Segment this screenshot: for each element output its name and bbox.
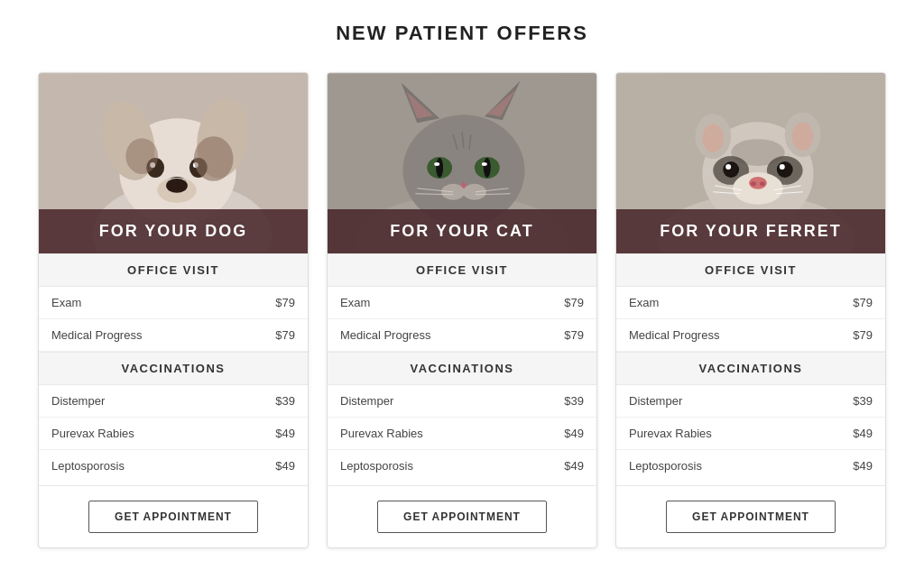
card-cat-vac-item-0-price: $39: [564, 394, 584, 408]
card-dog-vac-item-0-price: $39: [275, 394, 295, 408]
card-cat-vac-item-2-price: $49: [564, 459, 584, 473]
card-dog-footer: GET APPOINTMENT: [39, 485, 308, 547]
card-ferret-label-bar: FOR YOUR FERRET: [616, 209, 885, 253]
svg-point-33: [463, 184, 486, 200]
card-ferret-vac-item-2-price: $49: [853, 459, 873, 473]
card-dog-office-item-1: Medical Progress$79: [39, 319, 308, 352]
card-dog-vaccinations-header: VACCINATIONS: [39, 352, 308, 385]
svg-point-29: [434, 162, 439, 166]
card-cat-office-item-0-price: $79: [564, 296, 584, 309]
svg-point-49: [777, 161, 793, 178]
svg-point-44: [792, 122, 814, 151]
card-cat: FOR YOUR CATOFFICE VISITExam$79Medical P…: [327, 72, 597, 548]
card-dog-office-item-1-price: $79: [275, 328, 295, 342]
card-cat-label-bar: FOR YOUR CAT: [328, 209, 596, 253]
card-ferret-office-item-0-price: $79: [853, 296, 873, 309]
card-dog-vac-item-1-price: $49: [275, 427, 295, 440]
card-ferret-appointment-button[interactable]: GET APPOINTMENT: [666, 501, 836, 533]
card-cat-footer: GET APPOINTMENT: [328, 485, 596, 547]
card-cat-vac-item-0: Distemper$39: [328, 385, 596, 418]
card-cat-vac-item-1: Purevax Rabies$49: [328, 418, 596, 450]
card-cat-vac-item-2: Leptosporosis$49: [328, 450, 596, 482]
card-dog-vac-item-2: Leptosporosis$49: [39, 450, 308, 482]
card-dog-vac-item-0-label: Distemper: [51, 394, 105, 408]
svg-point-48: [723, 161, 739, 178]
svg-point-28: [484, 158, 491, 178]
card-ferret-vac-item-0-price: $39: [853, 394, 873, 408]
card-ferret-body: OFFICE VISITExam$79Medical Progress$79VA…: [616, 253, 885, 485]
card-cat-vac-item-1-label: Purevax Rabies: [340, 427, 423, 440]
card-cat-office-visit-header: OFFICE VISIT: [328, 253, 596, 287]
card-cat-office-item-1-price: $79: [564, 328, 584, 342]
card-cat-office-item-0: Exam$79: [328, 287, 596, 319]
card-ferret-vac-item-0-label: Distemper: [629, 394, 682, 408]
card-dog-appointment-button[interactable]: GET APPOINTMENT: [88, 501, 258, 533]
card-dog: FOR YOUR DOGOFFICE VISITExam$79Medical P…: [38, 72, 309, 548]
card-ferret-office-visit-header: OFFICE VISIT: [616, 253, 885, 287]
svg-point-43: [702, 124, 724, 152]
card-ferret-vac-item-1-price: $49: [853, 427, 873, 440]
card-ferret-office-item-1-label: Medical Progress: [629, 328, 719, 342]
svg-point-13: [194, 136, 234, 181]
card-ferret-vac-item-1-label: Purevax Rabies: [629, 427, 712, 440]
card-cat-vac-item-2-label: Leptosporosis: [340, 459, 413, 473]
card-ferret-vaccinations-header: VACCINATIONS: [616, 352, 885, 385]
card-dog-office-item-1-label: Medical Progress: [51, 328, 142, 342]
card-dog-image: FOR YOUR DOG: [39, 73, 308, 253]
svg-point-14: [125, 138, 158, 174]
card-dog-label-bar: FOR YOUR DOG: [39, 209, 308, 253]
svg-point-12: [166, 179, 188, 193]
card-dog-office-item-0: Exam$79: [39, 287, 308, 319]
card-ferret-vac-item-2-label: Leptosporosis: [629, 459, 702, 473]
card-dog-vac-item-0: Distemper$39: [39, 385, 308, 418]
svg-point-30: [482, 162, 487, 166]
svg-point-27: [436, 158, 443, 178]
card-dog-vac-item-2-price: $49: [275, 459, 295, 473]
card-dog-vac-item-1: Purevax Rabies$49: [39, 418, 308, 450]
cards-container: FOR YOUR DOGOFFICE VISITExam$79Medical P…: [38, 72, 886, 548]
card-cat-image: FOR YOUR CAT: [328, 73, 596, 253]
card-cat-vac-item-0-label: Distemper: [340, 394, 393, 408]
card-ferret-label: FOR YOUR FERRET: [660, 222, 842, 240]
card-ferret-image: FOR YOUR FERRET: [616, 73, 885, 253]
svg-point-51: [780, 164, 785, 170]
card-dog-vac-item-2-label: Leptosporosis: [51, 459, 125, 473]
card-ferret-office-item-1-price: $79: [853, 328, 873, 342]
card-ferret: FOR YOUR FERRETOFFICE VISITExam$79Medica…: [615, 72, 886, 548]
svg-point-50: [725, 164, 731, 170]
card-dog-vac-item-1-label: Purevax Rabies: [51, 427, 134, 440]
card-ferret-office-item-1: Medical Progress$79: [616, 319, 885, 352]
card-cat-office-item-0-label: Exam: [340, 296, 370, 309]
card-ferret-vac-item-0: Distemper$39: [616, 385, 885, 418]
card-cat-vaccinations-items: Distemper$39Purevax Rabies$49Leptosporos…: [328, 385, 596, 485]
card-ferret-vac-item-2: Leptosporosis$49: [616, 450, 885, 482]
card-cat-office-item-1: Medical Progress$79: [328, 319, 596, 352]
card-dog-office-visit-header: OFFICE VISIT: [39, 253, 308, 287]
card-cat-appointment-button[interactable]: GET APPOINTMENT: [377, 501, 547, 533]
card-dog-body: OFFICE VISITExam$79Medical Progress$79VA…: [39, 253, 308, 485]
card-dog-office-item-0-price: $79: [275, 296, 295, 309]
card-ferret-office-item-0-label: Exam: [629, 296, 659, 309]
page-title: NEW PATIENT OFFERS: [336, 22, 588, 45]
card-ferret-vac-item-1: Purevax Rabies$49: [616, 418, 885, 450]
svg-point-54: [751, 181, 756, 186]
card-dog-label: FOR YOUR DOG: [99, 222, 248, 240]
card-dog-office-item-0-label: Exam: [51, 296, 81, 309]
card-ferret-footer: GET APPOINTMENT: [616, 485, 885, 547]
card-cat-body: OFFICE VISITExam$79Medical Progress$79VA…: [328, 253, 596, 485]
svg-point-55: [760, 181, 765, 186]
card-cat-vac-item-1-price: $49: [564, 427, 584, 440]
card-cat-vaccinations-header: VACCINATIONS: [328, 352, 596, 385]
card-ferret-vaccinations-items: Distemper$39Purevax Rabies$49Leptosporos…: [616, 385, 885, 485]
card-dog-vaccinations-items: Distemper$39Purevax Rabies$49Leptosporos…: [39, 385, 308, 485]
card-cat-office-item-1-label: Medical Progress: [340, 328, 430, 342]
card-ferret-office-item-0: Exam$79: [616, 287, 885, 319]
card-cat-label: FOR YOUR CAT: [390, 222, 533, 240]
